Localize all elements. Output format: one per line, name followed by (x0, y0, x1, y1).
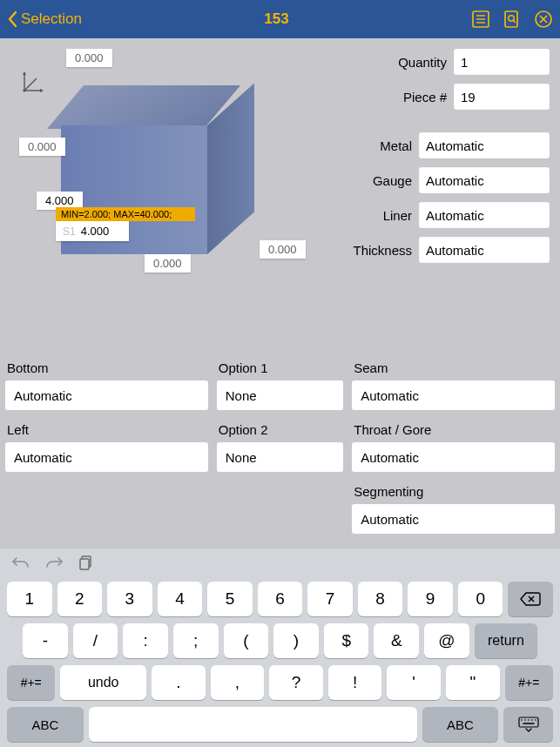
active-dimension-input[interactable]: S1 4.000 (56, 221, 129, 241)
key-5[interactable]: 5 (207, 582, 253, 616)
content-area: 0.000 0.000 4.000 0.000 0.000 MIN=2.000;… (0, 38, 560, 548)
svg-rect-4 (505, 11, 517, 27)
key-dollar[interactable]: $ (324, 623, 369, 658)
key-9[interactable]: 9 (408, 582, 453, 616)
input-thickness[interactable] (419, 237, 550, 263)
backspace-icon (520, 591, 541, 607)
svg-line-12 (24, 78, 37, 91)
keyboard-rows: 1 2 3 4 5 6 7 8 9 0 - / : ; ( ) $ & @ re… (0, 578, 560, 747)
svg-rect-18 (519, 717, 538, 727)
input-throat[interactable]: Automatic (352, 442, 555, 472)
input-segmenting[interactable]: Automatic (352, 504, 555, 534)
key-quote[interactable]: " (446, 665, 500, 700)
nav-actions (471, 10, 553, 29)
svg-line-6 (514, 21, 516, 24)
svg-point-13 (23, 89, 25, 91)
key-dismiss[interactable] (503, 707, 553, 742)
key-period[interactable]: . (152, 665, 206, 700)
key-6[interactable]: 6 (258, 582, 303, 616)
options-grid: Bottom Automatic Left Automatic Option 1… (5, 359, 555, 544)
field-thickness: Thickness (341, 235, 550, 265)
label-quantity: Quantity (341, 55, 447, 70)
kb-row-2: - / : ; ( ) $ & @ return (3, 623, 557, 658)
options-col-1: Bottom Automatic Left Automatic (5, 359, 208, 544)
dim-right[interactable]: 0.000 (260, 240, 306, 259)
label-option1: Option 1 (219, 360, 341, 375)
input-piece[interactable] (454, 84, 550, 110)
active-dim-value: 4.000 (81, 225, 110, 238)
label-gauge: Gauge (341, 173, 412, 188)
key-lparen[interactable]: ( (224, 623, 269, 658)
key-dash[interactable]: - (23, 623, 68, 658)
input-metal[interactable] (419, 132, 550, 158)
dim-top[interactable]: 0.000 (66, 49, 112, 67)
search-doc-icon[interactable] (503, 10, 522, 29)
label-piece: Piece # (341, 90, 447, 104)
input-option2[interactable]: None (217, 442, 343, 472)
key-at[interactable]: @ (424, 623, 469, 658)
properties-form: Quantity Piece # Metal Gauge Liner Thick… (341, 47, 550, 265)
svg-point-5 (509, 16, 514, 21)
key-amp[interactable]: & (374, 623, 419, 658)
top-nav: Selection 153 (0, 0, 560, 38)
field-quantity: Quantity (341, 47, 550, 77)
page-title: 153 (82, 10, 471, 28)
key-apos[interactable]: ' (387, 665, 441, 700)
field-metal: Metal (341, 131, 550, 160)
label-thickness: Thickness (341, 243, 412, 258)
list-icon[interactable] (471, 10, 490, 29)
input-quantity[interactable] (454, 49, 550, 75)
redo-icon[interactable] (45, 555, 63, 572)
close-icon[interactable] (534, 10, 553, 29)
label-bottom: Bottom (7, 360, 206, 375)
keyboard-toolbar (0, 548, 560, 578)
input-option1[interactable]: None (217, 380, 343, 410)
undo-icon[interactable] (12, 555, 30, 572)
key-comma[interactable]: , (211, 665, 265, 700)
key-abc-right[interactable]: ABC (422, 707, 499, 742)
input-bottom[interactable]: Automatic (5, 380, 208, 410)
key-3[interactable]: 3 (107, 582, 152, 616)
input-left[interactable]: Automatic (5, 442, 208, 472)
key-rparen[interactable]: ) (273, 623, 319, 658)
key-question[interactable]: ? (269, 665, 323, 700)
key-undo[interactable]: undo (60, 665, 146, 700)
kb-row-1: 1 2 3 4 5 6 7 8 9 0 (3, 582, 557, 616)
range-tooltip: MIN=2.000; MAX=40.000; (56, 207, 195, 221)
key-7[interactable]: 7 (307, 582, 353, 616)
options-col-2: Option 1 None Option 2 None (217, 359, 343, 544)
origin-icon (21, 70, 45, 97)
hide-keyboard-icon (518, 717, 539, 732)
field-liner: Liner (341, 200, 550, 230)
chevron-left-icon (7, 10, 17, 28)
label-liner: Liner (341, 208, 412, 223)
key-1[interactable]: 1 (7, 582, 52, 616)
dim-bottom[interactable]: 0.000 (145, 254, 191, 273)
key-exclaim[interactable]: ! (328, 665, 382, 700)
key-colon[interactable]: : (123, 623, 168, 658)
key-space[interactable] (89, 707, 417, 742)
input-gauge[interactable] (419, 167, 550, 193)
clipboard-icon[interactable] (78, 555, 94, 573)
label-segmenting: Segmenting (354, 484, 553, 499)
label-option2: Option 2 (219, 422, 341, 437)
key-8[interactable]: 8 (358, 582, 403, 616)
key-shift-right[interactable]: #+= (505, 665, 553, 700)
key-backspace[interactable] (508, 582, 553, 616)
key-0[interactable]: 0 (458, 582, 503, 616)
key-abc-left[interactable]: ABC (7, 707, 84, 742)
back-button[interactable]: Selection (7, 10, 82, 28)
key-shift-left[interactable]: #+= (7, 665, 55, 700)
options-col-3: Seam Automatic Throat / Gore Automatic S… (352, 359, 555, 544)
input-liner[interactable] (419, 202, 550, 228)
key-4[interactable]: 4 (158, 582, 203, 616)
key-slash[interactable]: / (73, 623, 118, 658)
label-seam: Seam (354, 360, 553, 375)
field-gauge: Gauge (341, 165, 550, 195)
label-metal: Metal (341, 138, 412, 153)
dim-left[interactable]: 0.000 (19, 138, 65, 156)
input-seam[interactable]: Automatic (352, 380, 555, 410)
key-return[interactable]: return (475, 623, 537, 658)
key-semicolon[interactable]: ; (173, 623, 219, 658)
key-2[interactable]: 2 (57, 582, 103, 616)
